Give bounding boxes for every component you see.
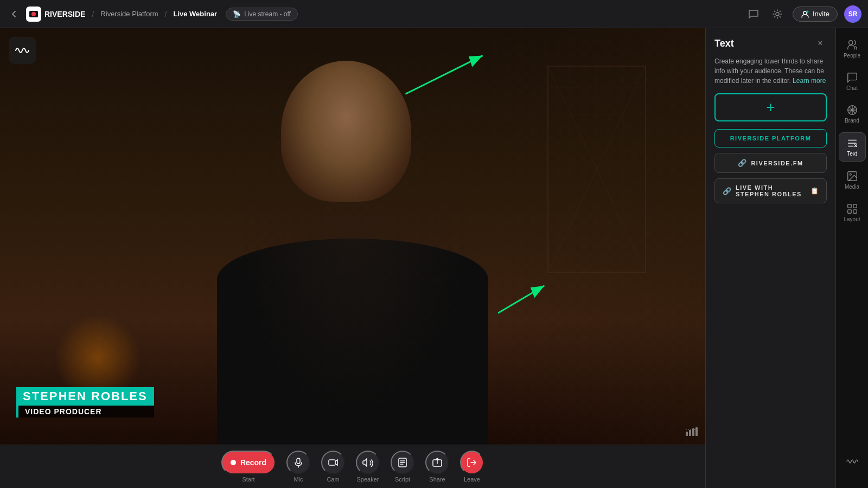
mic-button[interactable] — [286, 451, 310, 474]
sidebar-layout-label: Layout — [844, 216, 860, 222]
leave-control: Leave — [460, 451, 484, 483]
share-control: Share — [425, 451, 449, 483]
svg-rect-33 — [847, 204, 851, 208]
breadcrumb-sep: / — [92, 10, 94, 18]
svg-rect-34 — [853, 204, 856, 208]
breadcrumb-sep2: / — [165, 10, 167, 18]
add-icon: + — [766, 99, 775, 116]
svg-point-2 — [776, 12, 779, 16]
speaker-control: Speaker — [356, 451, 380, 483]
svg-rect-35 — [847, 210, 851, 213]
lower-third: STEPHEN ROBLES VIDEO PRODUCER — [16, 387, 154, 418]
sidebar-bottom — [839, 448, 866, 481]
avatar[interactable]: SR — [844, 5, 861, 23]
script-label: Script — [395, 476, 410, 483]
mic-label: Mic — [293, 476, 303, 483]
share-button[interactable] — [425, 451, 449, 474]
breadcrumb: Riverside Platform — [100, 10, 158, 18]
sidebar-brand-label: Brand — [845, 118, 859, 124]
sidebar-item-people[interactable]: People — [839, 35, 866, 63]
preset-live-stephen[interactable]: 🔗 LIVE WITH STEPHEN ROBLES 📋 — [714, 178, 827, 203]
sidebar-text-label: Text — [847, 151, 857, 157]
cam-button[interactable] — [321, 451, 345, 474]
svg-point-1 — [31, 12, 36, 16]
svg-point-32 — [850, 174, 851, 175]
video-area: STEPHEN ROBLES VIDEO PRODUCER — [0, 28, 705, 488]
speaker-label: Speaker — [357, 476, 379, 483]
record-control: Record Start — [221, 451, 276, 483]
bottom-controls: Record Start Mic — [0, 445, 705, 488]
preset-riverside-fm-label: RIVERSIDE.FM — [751, 160, 803, 166]
logo-icon — [26, 7, 41, 22]
person-title: VIDEO PRODUCER — [16, 406, 154, 418]
svg-rect-21 — [297, 458, 300, 464]
person-name: STEPHEN ROBLES — [16, 387, 154, 406]
main-content: STEPHEN ROBLES VIDEO PRODUCER — [0, 28, 868, 488]
text-panel: Text × Create engaging lower thirds to s… — [705, 28, 835, 488]
invite-button[interactable]: Invite — [793, 7, 838, 22]
waveform-button[interactable] — [9, 37, 36, 64]
speaker-button[interactable] — [356, 451, 380, 474]
page-title: Live Webinar — [173, 10, 217, 18]
preset-riverside-platform[interactable]: RIVERSIDE PLATFORM — [714, 129, 827, 147]
leave-label: Leave — [464, 476, 480, 483]
svg-rect-15 — [695, 427, 698, 436]
video-container: STEPHEN ROBLES VIDEO PRODUCER — [0, 28, 705, 445]
svg-rect-23 — [329, 460, 335, 465]
panel-title: Text — [714, 38, 734, 49]
comments-icon-btn[interactable] — [745, 5, 762, 23]
svg-point-29 — [848, 41, 852, 44]
script-button[interactable] — [391, 451, 414, 474]
logo: RIVERSIDE — [26, 7, 85, 22]
sidebar-people-label: People — [844, 53, 860, 59]
panel-content: Text × Create engaging lower thirds to s… — [706, 28, 835, 488]
mic-control: Mic — [286, 451, 310, 483]
sidebar-icons: People Chat Brand Text — [835, 28, 868, 488]
record-dot — [231, 460, 236, 465]
panel-description: Create engaging lower thirds to share in… — [714, 56, 827, 86]
preset-live-badge: 📋 — [810, 187, 819, 195]
script-control: Script — [391, 451, 414, 483]
panel-close-button[interactable]: × — [814, 37, 827, 50]
nav-right: Invite SR — [745, 5, 861, 23]
back-button[interactable] — [7, 7, 22, 22]
logo-text: RIVERSIDE — [44, 10, 85, 18]
panel-header: Text × — [714, 37, 827, 50]
quality-indicator — [686, 427, 699, 438]
sidebar-waveform-button[interactable] — [839, 448, 866, 475]
svg-rect-12 — [686, 432, 688, 436]
svg-rect-36 — [853, 210, 856, 213]
person-display — [0, 28, 705, 445]
sidebar-chat-label: Chat — [846, 85, 858, 91]
preset-riverside-fm[interactable]: 🔗 RIVERSIDE.FM — [714, 153, 827, 173]
live-stream-label: Live stream - off — [244, 10, 291, 18]
cam-control: Cam — [321, 451, 345, 483]
learn-more-link[interactable]: Learn more — [793, 77, 826, 85]
preset-riverside-platform-label: RIVERSIDE PLATFORM — [730, 135, 812, 142]
record-label: Record — [240, 458, 266, 467]
live-stream-icon: 📡 — [233, 10, 241, 18]
preset-live-icon: 🔗 — [723, 187, 731, 195]
invite-label: Invite — [813, 10, 829, 18]
sidebar-item-media[interactable]: Media — [839, 166, 866, 194]
sidebar-item-layout[interactable]: Layout — [839, 198, 866, 227]
cam-label: Cam — [327, 476, 339, 483]
sidebar-item-brand[interactable]: Brand — [839, 100, 866, 128]
settings-icon-btn[interactable] — [769, 5, 786, 23]
sidebar-item-chat[interactable]: Chat — [839, 67, 866, 95]
top-nav: RIVERSIDE / Riverside Platform / Live We… — [0, 0, 868, 28]
sidebar-media-label: Media — [845, 184, 859, 190]
sidebar-item-text[interactable]: Text — [839, 132, 866, 162]
record-button[interactable]: Record — [221, 451, 276, 474]
share-label: Share — [429, 476, 445, 483]
preset-live-label: LIVE WITH STEPHEN ROBLES — [736, 184, 806, 197]
add-text-card[interactable]: + — [714, 93, 827, 121]
svg-rect-13 — [689, 430, 691, 436]
start-label: Start — [242, 476, 254, 483]
leave-button[interactable] — [460, 451, 484, 474]
preset-riverside-fm-icon: 🔗 — [738, 159, 746, 167]
live-stream-button[interactable]: 📡 Live stream - off — [226, 8, 298, 21]
